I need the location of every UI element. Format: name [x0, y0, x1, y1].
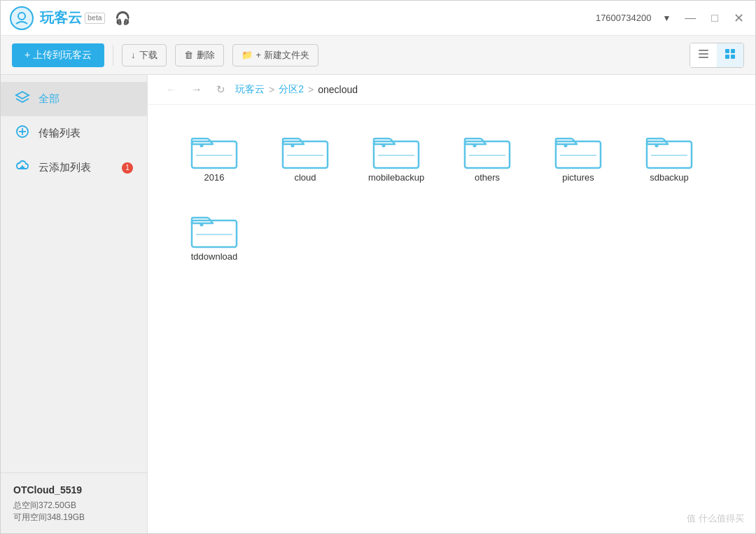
- close-button[interactable]: ✕: [731, 9, 747, 27]
- folder-item[interactable]: tddownload: [169, 198, 260, 270]
- app-title: 玩客云 beta: [40, 8, 105, 27]
- minimize-button[interactable]: —: [682, 10, 699, 26]
- cloud-add-icon: [15, 159, 30, 176]
- back-button[interactable]: ←: [162, 82, 181, 97]
- sidebar-all-label: 全部: [38, 92, 59, 106]
- logo-icon: [9, 6, 34, 31]
- new-folder-button[interactable]: 📁 + 新建文件夹: [232, 44, 318, 66]
- cloud-add-badge: 1: [122, 162, 133, 174]
- account-dropdown-arrow[interactable]: ▼: [662, 13, 671, 23]
- breadcrumb-root[interactable]: 玩客云: [235, 83, 265, 96]
- headphone-icon[interactable]: 🎧: [115, 10, 130, 26]
- folder-name: pictures: [562, 172, 594, 183]
- svg-point-28: [564, 144, 568, 148]
- folder-icon: [371, 130, 421, 172]
- breadcrumb-sep-2: >: [308, 84, 314, 95]
- folder-icon: [189, 209, 239, 251]
- folder-icon: [462, 130, 512, 172]
- folder-name: others: [475, 172, 500, 183]
- folder-icon: [644, 130, 694, 172]
- logo-label: 玩客云: [40, 8, 82, 27]
- svg-point-34: [200, 223, 204, 227]
- free-space: 可用空间348.19GB: [13, 512, 134, 524]
- folder-name: cloud: [294, 172, 316, 183]
- sidebar-item-transfer[interactable]: 传输列表: [1, 116, 147, 150]
- folder-icon: [280, 130, 330, 172]
- title-bar: 玩客云 beta 🎧 17600734200 ▼ — □ ✕: [1, 1, 755, 36]
- list-view-icon: [697, 48, 710, 60]
- new-folder-icon: 📁: [241, 50, 253, 60]
- watermark: 值 什么值得买: [687, 512, 744, 525]
- svg-point-19: [291, 144, 295, 148]
- folder-item[interactable]: others: [442, 119, 533, 191]
- svg-rect-4: [699, 53, 708, 55]
- svg-rect-8: [725, 55, 729, 59]
- svg-point-31: [655, 144, 659, 148]
- folder-icon: [189, 130, 239, 172]
- sidebar-account-info: OTCloud_5519 总空间372.50GB 可用空间348.19GB: [1, 472, 147, 534]
- svg-point-22: [382, 144, 386, 148]
- folder-item[interactable]: pictures: [533, 119, 624, 191]
- list-view-button[interactable]: [690, 43, 717, 67]
- view-toggle: [690, 43, 744, 68]
- breadcrumb-sep-1: >: [269, 84, 274, 95]
- beta-badge: beta: [85, 13, 105, 24]
- window-controls: — □ ✕: [682, 9, 747, 27]
- sidebar-item-all[interactable]: 全部: [1, 82, 147, 116]
- toolbar-separator: [113, 45, 113, 66]
- folder-item[interactable]: sdbackup: [624, 119, 715, 191]
- account-label: 17600734200: [596, 13, 652, 23]
- delete-button[interactable]: 🗑 删除: [175, 44, 224, 66]
- grid-view-icon: [724, 48, 736, 60]
- folder-name: 2016: [204, 172, 225, 183]
- svg-rect-3: [699, 50, 708, 51]
- folder-name: mobilebackup: [368, 172, 424, 183]
- breadcrumb: 玩客云 > 分区2 > onecloud: [235, 83, 358, 96]
- account-name: OTCloud_5519: [13, 484, 134, 496]
- transfer-icon: [15, 125, 30, 142]
- main-layout: 全部 传输列表 云添加列表 1: [1, 75, 755, 534]
- toolbar: + 上传到玩客云 ↓ 下载 🗑 删除 📁 + 新建文件夹: [1, 36, 755, 75]
- svg-point-16: [200, 144, 204, 148]
- grid-view-button[interactable]: [717, 43, 743, 67]
- svg-rect-7: [731, 49, 735, 53]
- layers-icon: [15, 90, 30, 108]
- breadcrumb-current: onecloud: [318, 84, 358, 95]
- sidebar: 全部 传输列表 云添加列表 1: [1, 75, 148, 534]
- file-grid: 2016cloudmobilebackupotherspicturessdbac…: [148, 105, 755, 534]
- svg-rect-9: [731, 55, 735, 59]
- title-bar-left: 玩客云 beta 🎧: [9, 6, 130, 31]
- folder-item[interactable]: cloud: [260, 119, 351, 191]
- forward-button[interactable]: →: [187, 82, 206, 97]
- maximize-button[interactable]: □: [708, 10, 721, 26]
- refresh-button[interactable]: ↻: [212, 82, 230, 97]
- svg-rect-6: [725, 49, 729, 53]
- folder-icon: [553, 130, 603, 172]
- breadcrumb-part2[interactable]: 分区2: [279, 83, 304, 96]
- sidebar-cloud-add-label: 云添加列表: [38, 161, 91, 174]
- upload-button[interactable]: + 上传到玩客云: [12, 43, 104, 67]
- title-bar-right: 17600734200 ▼ — □ ✕: [596, 9, 747, 27]
- folder-name: sdbackup: [650, 172, 689, 183]
- sidebar-item-cloud-add[interactable]: 云添加列表 1: [1, 150, 147, 185]
- download-button[interactable]: ↓ 下载: [122, 44, 167, 66]
- sidebar-transfer-label: 传输列表: [38, 127, 80, 140]
- breadcrumb-bar: ← → ↻ 玩客云 > 分区2 > onecloud: [148, 75, 755, 105]
- total-space: 总空间372.50GB: [13, 500, 134, 512]
- delete-icon: 🗑: [184, 50, 193, 60]
- content-area: ← → ↻ 玩客云 > 分区2 > onecloud 2016cloudmobi…: [148, 75, 755, 534]
- svg-point-25: [473, 144, 477, 148]
- folder-name: tddownload: [191, 251, 238, 262]
- folder-item[interactable]: 2016: [169, 119, 260, 191]
- download-icon: ↓: [131, 50, 136, 60]
- folder-item[interactable]: mobilebackup: [351, 119, 442, 191]
- svg-rect-5: [699, 57, 708, 58]
